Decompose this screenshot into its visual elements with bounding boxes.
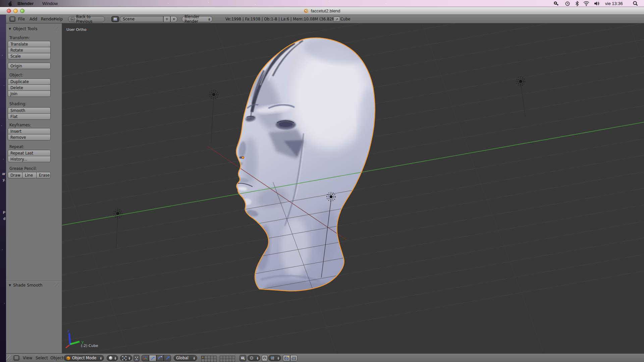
menu-render[interactable]: Render: [41, 15, 55, 23]
screen-layout-button[interactable]: [111, 16, 119, 22]
translate-button[interactable]: Translate: [8, 41, 51, 47]
delete-button[interactable]: Delete: [8, 84, 51, 91]
grease-erase-button[interactable]: Erase: [36, 172, 51, 178]
translate-manipulator-icon: [151, 356, 155, 360]
pivot-icon: [122, 356, 126, 360]
menu-file[interactable]: File: [18, 15, 25, 23]
tool-shelf: ▼ Object Tools Transform: Translate Rota…: [6, 23, 62, 353]
menubar-app-menu[interactable]: Blender: [17, 0, 34, 7]
bluetooth-icon[interactable]: [575, 1, 579, 6]
editor-type-button[interactable]: [13, 355, 19, 361]
object-label: Object:: [9, 73, 23, 77]
history-button[interactable]: History...: [8, 156, 51, 162]
menu-select[interactable]: Select: [36, 354, 48, 362]
scale-button[interactable]: Scale: [8, 53, 51, 59]
mac-menubar: Blender Window vie 13:36: [0, 0, 644, 7]
scene-name-field[interactable]: Scene: [120, 16, 163, 22]
apple-menu-icon[interactable]: [8, 1, 13, 6]
manipulator-toggle-button[interactable]: [142, 355, 149, 361]
opengl-render-button[interactable]: [283, 355, 290, 361]
join-button[interactable]: Join: [8, 90, 51, 97]
desktop-background-strip: ar y. P d: [0, 15, 6, 362]
head-model[interactable]: [236, 33, 378, 294]
clapperboard-icon: [291, 356, 296, 360]
rotate-manipulator-button[interactable]: [156, 355, 164, 361]
viewport-shading-dropdown[interactable]: ▲▼: [107, 355, 118, 361]
menu-help[interactable]: Help: [54, 15, 63, 23]
fullscreen-toggle-button[interactable]: ↗: [333, 16, 340, 22]
duplicate-button[interactable]: Duplicate: [8, 78, 51, 85]
axis-z-label: z: [67, 329, 69, 333]
layer-buttons-group-2[interactable]: [220, 356, 235, 362]
wifi-icon[interactable]: [583, 1, 590, 6]
back-arrow-icon: ←: [71, 17, 74, 21]
pivot-point-dropdown[interactable]: ▲▼: [120, 355, 132, 361]
screen-layout-icon: [113, 17, 117, 21]
volume-icon[interactable]: [594, 1, 600, 6]
panel-collapse-icon[interactable]: ▼: [9, 284, 11, 287]
menubar-clock[interactable]: vie 13:36: [605, 0, 623, 7]
time-machine-icon[interactable]: [565, 1, 570, 6]
repeat-label: Repeat:: [9, 144, 24, 149]
origin-button[interactable]: Origin: [8, 63, 51, 69]
spotlight-icon[interactable]: [633, 1, 638, 6]
window-titlebar: faccetut2.blend: [0, 7, 644, 15]
lock-to-scene-button[interactable]: [239, 355, 246, 361]
lamp-line: [521, 84, 525, 117]
snap-increment-icon: [270, 356, 275, 360]
insert-keyframe-button[interactable]: Insert: [8, 128, 51, 134]
flat-button[interactable]: Flat: [8, 113, 51, 120]
manipulate-centers-button[interactable]: [133, 355, 140, 361]
orientation-dropdown[interactable]: Global ▲▼: [174, 355, 197, 361]
keychain-icon[interactable]: [553, 1, 559, 6]
menu-view[interactable]: View: [23, 354, 32, 362]
proportional-edit-icon: [250, 356, 254, 360]
translate-manipulator-button[interactable]: [149, 355, 156, 361]
lock-modes-icon: [241, 356, 245, 360]
blend-file-icon: [304, 8, 309, 13]
active-object-label: (-2) Cube: [81, 344, 98, 348]
desktop-text-fragment: ar: [2, 172, 5, 176]
smooth-button[interactable]: Smooth: [8, 107, 51, 114]
menubar-window-menu[interactable]: Window: [42, 0, 58, 7]
scene-unlink-button[interactable]: ×: [170, 16, 177, 22]
info-header: File Add Render Help ← Back to Previous …: [6, 15, 644, 23]
layer-buttons-group-1[interactable]: [201, 356, 216, 362]
back-to-previous-button[interactable]: ← Back to Previous: [68, 16, 105, 22]
desktop-text-fragment: y.: [3, 178, 5, 182]
fullscreen-icon: ↗: [335, 17, 338, 21]
repeat-last-button[interactable]: Repeat Last: [8, 150, 51, 156]
area-resize-grip[interactable]: [6, 355, 11, 361]
proportional-edit-dropdown[interactable]: ▲▼: [248, 355, 260, 361]
manipulator-axes-icon: [143, 356, 148, 360]
grease-line-button[interactable]: Line: [22, 172, 37, 178]
shade-smooth-panel-header[interactable]: ▼ Shade Smooth: [9, 283, 43, 288]
lamp-object[interactable]: [209, 90, 218, 99]
opengl-render-anim-button[interactable]: [290, 355, 298, 361]
lamp-object[interactable]: [113, 209, 122, 218]
transform-label: Transform:: [9, 36, 30, 40]
viewport-3d[interactable]: z y User Ortho (-2) Cube: [62, 23, 644, 353]
menu-object[interactable]: Object: [50, 354, 63, 362]
snap-toggle-button[interactable]: [262, 355, 268, 361]
render-engine-dropdown[interactable]: Blender Render ▲▼: [182, 16, 213, 22]
centers-icon: [135, 356, 139, 360]
desktop-text-fragment: d: [3, 217, 5, 221]
rotate-button[interactable]: Rotate: [8, 47, 51, 53]
editor-type-button[interactable]: [9, 16, 15, 22]
keyframes-label: Keyframes:: [9, 123, 31, 127]
mode-dropdown[interactable]: Object Mode ▲▼: [64, 355, 104, 361]
viewport-scene: z y: [62, 23, 644, 353]
snap-element-dropdown[interactable]: ▲▼: [268, 355, 281, 361]
panel-drag-handle[interactable]: [54, 283, 59, 287]
panel-drag-handle[interactable]: [54, 26, 59, 31]
magnet-icon: [263, 356, 267, 360]
remove-keyframe-button[interactable]: Remove: [8, 134, 51, 140]
object-tools-panel-header[interactable]: ▼ Object Tools: [9, 26, 37, 32]
grease-draw-button[interactable]: Draw: [8, 172, 22, 178]
object-origin: [242, 157, 244, 159]
menu-add[interactable]: Add: [30, 15, 37, 23]
panel-collapse-icon[interactable]: ▼: [9, 27, 11, 31]
scene-add-button[interactable]: +: [163, 16, 170, 22]
scale-manipulator-button[interactable]: [164, 355, 171, 361]
